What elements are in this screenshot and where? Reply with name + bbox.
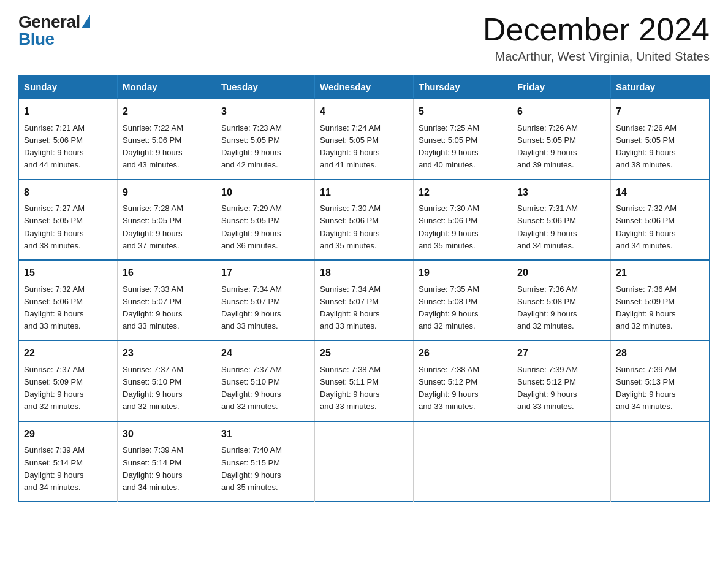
sunrise-label: Sunrise: 7:38 AM (419, 365, 479, 374)
sunset-label: Sunset: 5:07 PM (123, 297, 181, 306)
daylight-label: Daylight: 9 hours (320, 229, 380, 238)
day-info: Sunrise: 7:23 AM Sunset: 5:05 PM Dayligh… (221, 122, 309, 172)
calendar-day-cell: 14 Sunrise: 7:32 AM Sunset: 5:06 PM Dayl… (611, 180, 710, 260)
daylight-label: Daylight: 9 hours (123, 229, 183, 238)
daylight-label: Daylight: 9 hours (221, 309, 281, 318)
sunset-label: Sunset: 5:12 PM (517, 377, 576, 386)
daylight-label: Daylight: 9 hours (517, 309, 577, 318)
sunset-label: Sunset: 5:06 PM (24, 136, 83, 145)
daylight-minutes: and 34 minutes. (616, 241, 673, 250)
sunset-label: Sunset: 5:10 PM (221, 377, 280, 386)
calendar-day-cell: 31 Sunrise: 7:40 AM Sunset: 5:15 PM Dayl… (216, 421, 315, 502)
day-info: Sunrise: 7:32 AM Sunset: 5:06 PM Dayligh… (24, 283, 112, 333)
day-number: 19 (419, 266, 507, 281)
calendar-header: SundayMondayTuesdayWednesdayThursdayFrid… (19, 75, 710, 99)
calendar-day-cell: 2 Sunrise: 7:22 AM Sunset: 5:06 PM Dayli… (118, 99, 216, 179)
sunrise-label: Sunrise: 7:37 AM (221, 365, 282, 374)
day-number: 30 (123, 427, 211, 442)
calendar-day-cell: 4 Sunrise: 7:24 AM Sunset: 5:05 PM Dayli… (315, 99, 414, 179)
title-block: December 2024 MacArthur, West Virginia, … (483, 12, 710, 64)
calendar-week-row: 29 Sunrise: 7:39 AM Sunset: 5:14 PM Dayl… (19, 421, 710, 502)
calendar-body: 1 Sunrise: 7:21 AM Sunset: 5:06 PM Dayli… (19, 99, 710, 501)
day-info: Sunrise: 7:36 AM Sunset: 5:08 PM Dayligh… (517, 283, 605, 333)
location-subtitle: MacArthur, West Virginia, United States (483, 50, 710, 64)
sunrise-label: Sunrise: 7:26 AM (616, 123, 677, 132)
calendar-day-cell: 1 Sunrise: 7:21 AM Sunset: 5:06 PM Dayli… (19, 99, 118, 179)
day-info: Sunrise: 7:25 AM Sunset: 5:05 PM Dayligh… (419, 122, 507, 172)
day-number: 23 (123, 346, 211, 361)
sunset-label: Sunset: 5:15 PM (221, 458, 280, 467)
day-number: 1 (24, 104, 112, 120)
days-of-week-row: SundayMondayTuesdayWednesdayThursdayFrid… (19, 75, 710, 99)
sunset-label: Sunset: 5:05 PM (24, 216, 83, 225)
sunrise-label: Sunrise: 7:38 AM (320, 365, 381, 374)
sunrise-label: Sunrise: 7:36 AM (517, 285, 578, 294)
sunrise-label: Sunrise: 7:32 AM (616, 204, 677, 213)
daylight-minutes: and 44 minutes. (24, 160, 81, 169)
sunset-label: Sunset: 5:09 PM (616, 297, 675, 306)
daylight-minutes: and 43 minutes. (123, 160, 180, 169)
day-of-week-header: Monday (118, 75, 216, 99)
day-info: Sunrise: 7:35 AM Sunset: 5:08 PM Dayligh… (419, 283, 507, 333)
daylight-label: Daylight: 9 hours (616, 389, 676, 399)
day-number: 16 (123, 266, 211, 281)
daylight-minutes: and 33 minutes. (123, 321, 180, 331)
calendar-day-cell: 15 Sunrise: 7:32 AM Sunset: 5:06 PM Dayl… (19, 260, 118, 340)
day-info: Sunrise: 7:22 AM Sunset: 5:06 PM Dayligh… (123, 122, 211, 172)
day-number: 31 (221, 427, 309, 442)
calendar-day-cell: 9 Sunrise: 7:28 AM Sunset: 5:05 PM Dayli… (118, 180, 216, 260)
calendar-day-cell: 10 Sunrise: 7:29 AM Sunset: 5:05 PM Dayl… (216, 180, 315, 260)
day-info: Sunrise: 7:34 AM Sunset: 5:07 PM Dayligh… (221, 283, 309, 333)
daylight-minutes: and 33 minutes. (320, 402, 377, 411)
sunset-label: Sunset: 5:05 PM (320, 136, 379, 145)
daylight-minutes: and 34 minutes. (24, 483, 81, 492)
daylight-label: Daylight: 9 hours (517, 229, 577, 238)
sunset-label: Sunset: 5:06 PM (123, 136, 181, 145)
sunrise-label: Sunrise: 7:22 AM (123, 123, 183, 132)
day-number: 13 (517, 185, 605, 201)
day-number: 10 (221, 185, 309, 201)
calendar-day-cell: 11 Sunrise: 7:30 AM Sunset: 5:06 PM Dayl… (315, 180, 414, 260)
day-info: Sunrise: 7:37 AM Sunset: 5:10 PM Dayligh… (221, 364, 309, 413)
day-number: 29 (24, 427, 112, 442)
day-info: Sunrise: 7:39 AM Sunset: 5:14 PM Dayligh… (123, 444, 211, 494)
daylight-minutes: and 38 minutes. (616, 160, 673, 169)
day-info: Sunrise: 7:21 AM Sunset: 5:06 PM Dayligh… (24, 122, 112, 172)
sunset-label: Sunset: 5:06 PM (320, 216, 379, 225)
calendar-day-cell: 23 Sunrise: 7:37 AM Sunset: 5:10 PM Dayl… (118, 340, 216, 421)
calendar-day-cell: 16 Sunrise: 7:33 AM Sunset: 5:07 PM Dayl… (118, 260, 216, 340)
calendar-table: SundayMondayTuesdayWednesdayThursdayFrid… (18, 75, 710, 502)
sunset-label: Sunset: 5:07 PM (320, 297, 379, 306)
sunrise-label: Sunrise: 7:33 AM (123, 285, 183, 294)
sunset-label: Sunset: 5:14 PM (24, 458, 83, 467)
calendar-day-cell: 21 Sunrise: 7:36 AM Sunset: 5:09 PM Dayl… (611, 260, 710, 340)
daylight-minutes: and 34 minutes. (616, 402, 673, 411)
daylight-minutes: and 34 minutes. (123, 483, 180, 492)
day-info: Sunrise: 7:26 AM Sunset: 5:05 PM Dayligh… (517, 122, 605, 172)
calendar-week-row: 1 Sunrise: 7:21 AM Sunset: 5:06 PM Dayli… (19, 99, 710, 179)
sunrise-label: Sunrise: 7:39 AM (24, 445, 85, 454)
sunrise-label: Sunrise: 7:36 AM (616, 285, 677, 294)
sunset-label: Sunset: 5:10 PM (123, 377, 181, 386)
calendar-day-cell (512, 421, 611, 502)
sunrise-label: Sunrise: 7:21 AM (24, 123, 85, 132)
calendar-day-cell: 19 Sunrise: 7:35 AM Sunset: 5:08 PM Dayl… (414, 260, 512, 340)
day-info: Sunrise: 7:32 AM Sunset: 5:06 PM Dayligh… (616, 202, 704, 252)
day-number: 15 (24, 266, 112, 281)
day-of-week-header: Wednesday (315, 75, 414, 99)
sunrise-label: Sunrise: 7:32 AM (24, 285, 85, 294)
daylight-minutes: and 32 minutes. (24, 402, 81, 411)
sunset-label: Sunset: 5:14 PM (123, 458, 181, 467)
daylight-label: Daylight: 9 hours (24, 148, 84, 157)
daylight-label: Daylight: 9 hours (123, 470, 183, 480)
calendar-day-cell (414, 421, 512, 502)
daylight-label: Daylight: 9 hours (24, 309, 84, 318)
sunrise-label: Sunrise: 7:27 AM (24, 204, 85, 213)
daylight-label: Daylight: 9 hours (517, 389, 577, 399)
calendar-day-cell: 27 Sunrise: 7:39 AM Sunset: 5:12 PM Dayl… (512, 340, 611, 421)
page-header: General Blue December 2024 MacArthur, We… (18, 12, 710, 64)
daylight-minutes: and 32 minutes. (123, 402, 180, 411)
sunset-label: Sunset: 5:08 PM (419, 297, 477, 306)
day-number: 28 (616, 346, 704, 361)
calendar-day-cell: 28 Sunrise: 7:39 AM Sunset: 5:13 PM Dayl… (611, 340, 710, 421)
